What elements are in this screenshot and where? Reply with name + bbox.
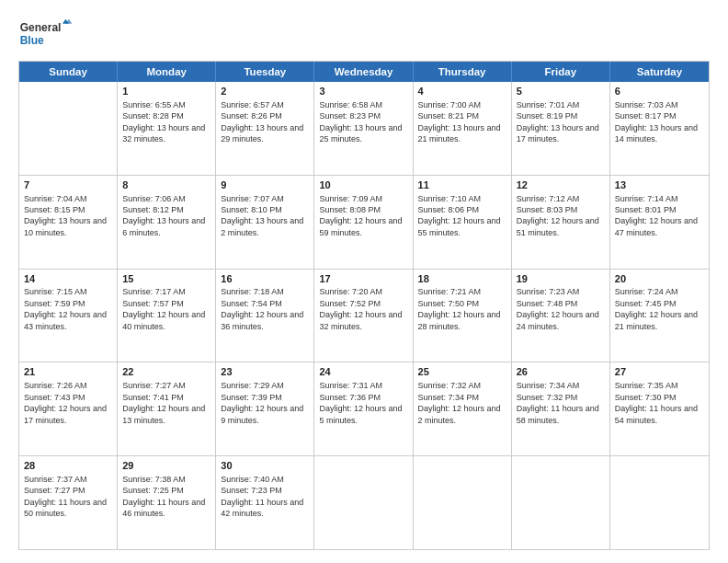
calendar-cell: 11Sunrise: 7:10 AMSunset: 8:06 PMDayligh… [414,176,512,269]
calendar: SundayMondayTuesdayWednesdayThursdayFrid… [18,61,710,550]
calendar-cell: 20Sunrise: 7:24 AMSunset: 7:45 PMDayligh… [610,270,709,362]
cell-info: Sunrise: 6:55 AMSunset: 8:28 PMDaylight:… [122,100,205,144]
calendar-cell: 16Sunrise: 7:18 AMSunset: 7:54 PMDayligh… [216,270,314,362]
calendar-cell: 29Sunrise: 7:38 AMSunset: 7:25 PMDayligh… [118,456,216,549]
day-number: 23 [221,365,309,379]
calendar-cell [314,456,413,549]
calendar-cell: 23Sunrise: 7:29 AMSunset: 7:39 PMDayligh… [216,362,314,455]
calendar-cell: 1Sunrise: 6:55 AMSunset: 8:28 PMDaylight… [118,82,216,175]
calendar-cell: 19Sunrise: 7:23 AMSunset: 7:48 PMDayligh… [512,270,610,362]
cell-info: Sunrise: 7:21 AMSunset: 7:50 PMDaylight:… [418,287,501,330]
cell-info: Sunrise: 7:18 AMSunset: 7:54 PMDaylight:… [221,287,303,330]
cell-info: Sunrise: 7:01 AMSunset: 8:19 PMDaylight:… [517,100,599,144]
cell-info: Sunrise: 7:23 AMSunset: 7:48 PMDaylight:… [517,287,599,330]
calendar-week-row: 7Sunrise: 7:04 AMSunset: 8:15 PMDaylight… [19,176,709,270]
calendar-cell [610,456,709,549]
cell-info: Sunrise: 7:15 AMSunset: 7:59 PMDaylight:… [24,287,107,330]
calendar-cell [512,456,610,549]
cell-info: Sunrise: 7:24 AMSunset: 7:45 PMDaylight:… [615,287,698,330]
logo-svg: General Blue [18,17,74,52]
day-number: 1 [122,85,210,98]
calendar-body: 1Sunrise: 6:55 AMSunset: 8:28 PMDaylight… [19,82,709,549]
day-number: 27 [615,365,704,379]
day-number: 16 [221,272,309,286]
day-number: 25 [418,365,506,379]
calendar-header-cell: Tuesday [216,62,314,82]
day-number: 24 [319,365,407,379]
calendar-cell: 25Sunrise: 7:32 AMSunset: 7:34 PMDayligh… [414,362,512,455]
cell-info: Sunrise: 7:35 AMSunset: 7:30 PMDaylight:… [615,381,698,424]
day-number: 19 [517,272,605,286]
page: General Blue SundayMondayTuesdayWednesda… [0,0,728,563]
calendar-week-row: 21Sunrise: 7:26 AMSunset: 7:43 PMDayligh… [19,362,709,456]
calendar-cell: 21Sunrise: 7:26 AMSunset: 7:43 PMDayligh… [19,362,118,455]
day-number: 14 [24,272,112,286]
calendar-header-cell: Saturday [610,62,709,82]
day-number: 29 [122,459,210,473]
day-number: 28 [24,459,112,473]
day-number: 15 [122,272,210,286]
cell-info: Sunrise: 7:00 AMSunset: 8:21 PMDaylight:… [418,100,501,144]
day-number: 7 [24,178,112,192]
calendar-week-row: 28Sunrise: 7:37 AMSunset: 7:27 PMDayligh… [19,456,709,549]
day-number: 12 [517,178,605,192]
calendar-cell [414,456,512,549]
cell-info: Sunrise: 6:57 AMSunset: 8:26 PMDaylight:… [221,100,303,144]
day-number: 10 [319,178,407,192]
calendar-cell: 10Sunrise: 7:09 AMSunset: 8:08 PMDayligh… [314,176,413,269]
day-number: 17 [319,272,407,286]
calendar-header-cell: Wednesday [314,62,413,82]
calendar-cell: 17Sunrise: 7:20 AMSunset: 7:52 PMDayligh… [314,270,413,362]
day-number: 4 [418,85,506,98]
day-number: 9 [221,178,309,192]
calendar-week-row: 1Sunrise: 6:55 AMSunset: 8:28 PMDaylight… [19,82,709,176]
cell-info: Sunrise: 6:58 AMSunset: 8:23 PMDaylight:… [319,100,402,144]
cell-info: Sunrise: 7:34 AMSunset: 7:32 PMDaylight:… [517,381,599,424]
cell-info: Sunrise: 7:31 AMSunset: 7:36 PMDaylight:… [319,381,402,424]
calendar-cell: 27Sunrise: 7:35 AMSunset: 7:30 PMDayligh… [610,362,709,455]
day-number: 18 [418,272,506,286]
day-number: 13 [615,178,704,192]
cell-info: Sunrise: 7:32 AMSunset: 7:34 PMDaylight:… [418,381,501,424]
cell-info: Sunrise: 7:04 AMSunset: 8:15 PMDaylight:… [24,194,107,237]
calendar-cell: 3Sunrise: 6:58 AMSunset: 8:23 PMDaylight… [314,82,413,175]
calendar-cell: 28Sunrise: 7:37 AMSunset: 7:27 PMDayligh… [19,456,118,549]
cell-info: Sunrise: 7:14 AMSunset: 8:01 PMDaylight:… [615,194,698,237]
day-number: 30 [221,459,309,473]
day-number: 6 [615,85,704,98]
calendar-header-cell: Thursday [414,62,512,82]
calendar-cell: 8Sunrise: 7:06 AMSunset: 8:12 PMDaylight… [118,176,216,269]
cell-info: Sunrise: 7:06 AMSunset: 8:12 PMDaylight:… [122,194,205,237]
calendar-cell: 7Sunrise: 7:04 AMSunset: 8:15 PMDaylight… [19,176,118,269]
calendar-header-row: SundayMondayTuesdayWednesdayThursdayFrid… [19,62,709,82]
calendar-cell: 2Sunrise: 6:57 AMSunset: 8:26 PMDaylight… [216,82,314,175]
calendar-cell: 24Sunrise: 7:31 AMSunset: 7:36 PMDayligh… [314,362,413,455]
cell-info: Sunrise: 7:38 AMSunset: 7:25 PMDaylight:… [122,475,205,518]
calendar-cell: 4Sunrise: 7:00 AMSunset: 8:21 PMDaylight… [414,82,512,175]
header: General Blue [18,17,710,52]
cell-info: Sunrise: 7:03 AMSunset: 8:17 PMDaylight:… [615,100,698,144]
calendar-cell: 5Sunrise: 7:01 AMSunset: 8:19 PMDaylight… [512,82,610,175]
calendar-header-cell: Friday [512,62,610,82]
calendar-header-cell: Sunday [19,62,118,82]
day-number: 8 [122,178,210,192]
cell-info: Sunrise: 7:29 AMSunset: 7:39 PMDaylight:… [221,381,303,424]
calendar-cell: 12Sunrise: 7:12 AMSunset: 8:03 PMDayligh… [512,176,610,269]
cell-info: Sunrise: 7:40 AMSunset: 7:23 PMDaylight:… [221,475,303,518]
logo: General Blue [18,17,74,52]
cell-info: Sunrise: 7:17 AMSunset: 7:57 PMDaylight:… [122,287,205,330]
calendar-cell: 9Sunrise: 7:07 AMSunset: 8:10 PMDaylight… [216,176,314,269]
calendar-week-row: 14Sunrise: 7:15 AMSunset: 7:59 PMDayligh… [19,270,709,363]
day-number: 5 [517,85,605,98]
cell-info: Sunrise: 7:37 AMSunset: 7:27 PMDaylight:… [24,475,107,518]
calendar-cell: 22Sunrise: 7:27 AMSunset: 7:41 PMDayligh… [118,362,216,455]
calendar-cell: 30Sunrise: 7:40 AMSunset: 7:23 PMDayligh… [216,456,314,549]
svg-text:General: General [20,21,62,34]
calendar-cell: 14Sunrise: 7:15 AMSunset: 7:59 PMDayligh… [19,270,118,362]
calendar-cell: 15Sunrise: 7:17 AMSunset: 7:57 PMDayligh… [118,270,216,362]
day-number: 26 [517,365,605,379]
cell-info: Sunrise: 7:07 AMSunset: 8:10 PMDaylight:… [221,194,303,237]
day-number: 22 [122,365,210,379]
cell-info: Sunrise: 7:09 AMSunset: 8:08 PMDaylight:… [319,194,402,237]
cell-info: Sunrise: 7:10 AMSunset: 8:06 PMDaylight:… [418,194,501,237]
